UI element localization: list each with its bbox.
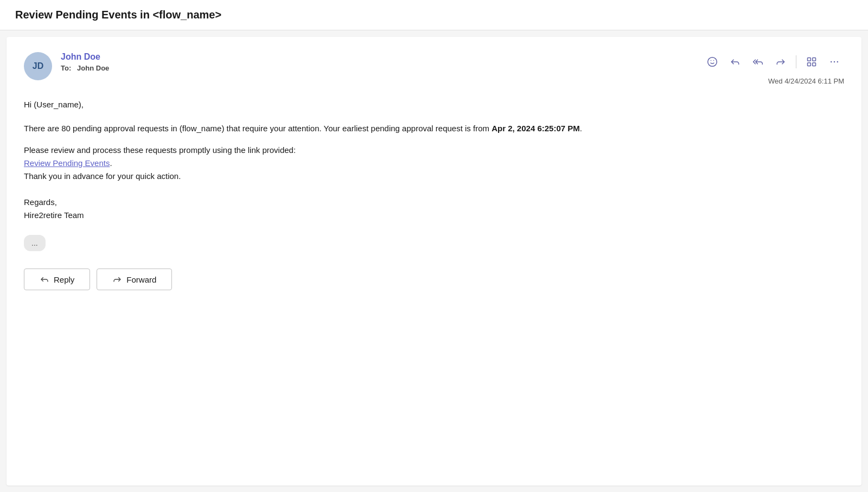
more-icon (829, 56, 840, 67)
email-header: JD John Doe To: John Doe (24, 52, 844, 85)
thank-you-text: Thank you in advance for your quick acti… (24, 171, 181, 181)
reply-btn-label: Reply (54, 275, 74, 284)
to-value: John Doe (77, 64, 109, 72)
team-name: Hire2retire Team (24, 210, 84, 220)
svg-point-9 (837, 61, 839, 63)
main-text-prefix: There are 80 pending approval requests i… (24, 124, 492, 133)
email-greeting: Hi (User_name), (24, 98, 844, 111)
sender-info: JD John Doe To: John Doe (24, 52, 109, 80)
svg-rect-6 (813, 63, 816, 66)
link-paragraph-suffix: . (110, 158, 112, 168)
ellipsis-expand-button[interactable]: ... (24, 235, 46, 251)
reply-all-icon (752, 56, 763, 67)
sender-details: John Doe To: John Doe (61, 52, 109, 72)
bold-date: Apr 2, 2024 6:25:07 PM (492, 124, 580, 133)
emoji-button[interactable] (703, 52, 722, 72)
email-body: Hi (User_name), There are 80 pending app… (24, 98, 844, 290)
forward-icon (775, 56, 786, 67)
action-divider (796, 55, 796, 68)
regards-line: Regards, Hire2retire Team (24, 196, 844, 222)
email-link-paragraph: Please review and process these requests… (24, 144, 844, 183)
svg-point-7 (831, 61, 832, 63)
avatar: JD (24, 52, 52, 80)
header-right: Wed 4/24/2024 6:11 PM (703, 52, 844, 85)
to-label: To: (61, 64, 71, 72)
email-content-area: JD John Doe To: John Doe (7, 37, 861, 485)
svg-rect-5 (808, 63, 811, 66)
main-text-period: . (580, 124, 582, 133)
email-timestamp: Wed 4/24/2024 6:11 PM (768, 77, 844, 85)
svg-point-0 (708, 57, 717, 67)
subject-bar: Review Pending Events in <flow_name> (0, 0, 868, 30)
forward-action-button[interactable]: Forward (97, 269, 172, 290)
reply-all-button[interactable] (748, 52, 768, 72)
reply-action-button[interactable]: Reply (24, 269, 90, 290)
reply-icon (730, 56, 741, 67)
review-pending-events-link[interactable]: Review Pending Events (24, 158, 110, 168)
svg-point-8 (834, 61, 835, 63)
email-actions (703, 52, 844, 72)
forward-button[interactable] (771, 52, 790, 72)
svg-rect-3 (808, 58, 811, 61)
link-paragraph-prefix: Please review and process these requests… (24, 145, 296, 155)
email-subject: Review Pending Events in <flow_name> (15, 9, 221, 21)
sender-to-line: To: John Doe (61, 64, 109, 72)
reply-btn-icon (40, 274, 49, 284)
sender-name: John Doe (61, 52, 109, 62)
apps-icon (806, 56, 817, 67)
action-buttons: Reply Forward (24, 269, 844, 290)
regards-text: Regards, (24, 197, 57, 207)
forward-btn-icon (112, 274, 122, 284)
email-main-paragraph: There are 80 pending approval requests i… (24, 122, 844, 135)
reply-button[interactable] (725, 52, 745, 72)
apps-button[interactable] (802, 52, 821, 72)
svg-rect-4 (813, 58, 816, 61)
forward-btn-label: Forward (126, 275, 156, 284)
more-button[interactable] (825, 52, 844, 72)
emoji-icon (707, 56, 718, 67)
